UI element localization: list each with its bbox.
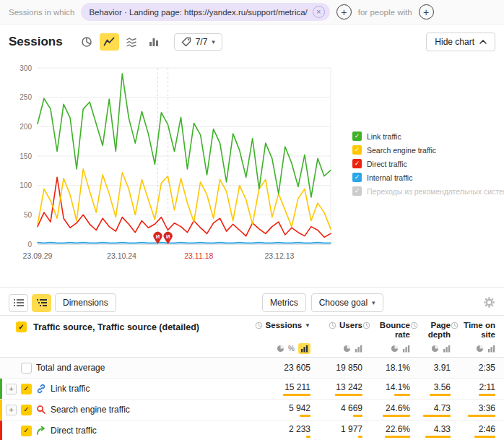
choose-goal-dropdown[interactable]: Choose goal ▾ (311, 293, 383, 312)
tree-view-icon[interactable] (32, 294, 51, 312)
column-header-time-on-site[interactable]: Time on site (451, 321, 495, 340)
bars-view-icon[interactable] (487, 345, 495, 353)
add-people-filter-button[interactable]: + (419, 4, 434, 20)
row-label[interactable]: Direct traffic (51, 426, 97, 436)
legend-item-internal-traffic[interactable]: ✓ Internal traffic (352, 173, 504, 182)
table-subheader-row: % (0, 340, 504, 358)
checkbox-checked-icon[interactable]: ✓ (352, 131, 362, 141)
chart-legend: ✓ Link traffic ✓ Search engine traffic ✓… (352, 131, 504, 196)
legend-label: Переходы из рекомендательных систем (367, 187, 504, 196)
row-checkbox-checked[interactable]: ✓ (21, 405, 32, 415)
choose-goal-label: Choose goal (319, 298, 368, 308)
column-header-users[interactable]: Users (310, 321, 362, 330)
column-header-sessions[interactable]: Sessions ▼ (247, 321, 310, 330)
column-label: Time on site (461, 321, 495, 340)
pie-view-icon[interactable] (431, 345, 439, 353)
row-label[interactable]: Link traffic (51, 384, 90, 394)
column-label: Bounce rate (373, 321, 410, 340)
cell-bar (283, 394, 310, 396)
pie-view-icon[interactable] (476, 345, 484, 353)
segments-count-dropdown[interactable]: 7/7 ▾ (174, 33, 222, 51)
sessions-value: 23 605 (284, 363, 310, 373)
svg-text:150: 150 (19, 152, 32, 160)
percent-view-icon[interactable]: % (288, 345, 295, 353)
row-checkbox-checked[interactable]: ✓ (21, 384, 32, 394)
pie-view-icon[interactable] (391, 345, 399, 353)
users-value: 1 977 (341, 424, 362, 434)
flat-list-view-icon[interactable] (9, 294, 28, 312)
page-depth-value: 4.33 (434, 424, 451, 434)
legend-item-direct-traffic[interactable]: ✓ Direct traffic (352, 159, 504, 168)
legend-item-search-traffic[interactable]: ✓ Search engine traffic (352, 145, 504, 155)
sessions-value: 2 233 (289, 424, 310, 434)
column-header-bounce-rate[interactable]: Bounce rate (362, 321, 410, 340)
row-color-marker (0, 379, 2, 399)
svg-text:23.12.13: 23.12.13 (265, 251, 295, 260)
bounce-view-switcher (362, 345, 410, 353)
time-on-site-value: 2:35 (479, 363, 495, 373)
sessions-chart[interactable]: 05010015020025030023.09.2923.10.2423.11.… (9, 62, 355, 275)
row-checkbox-checked[interactable]: ✓ (21, 426, 32, 436)
filter-suffix-label: for people with (358, 8, 412, 17)
bars-view-icon[interactable] (355, 345, 362, 353)
checkbox-checked-icon[interactable]: ✓ (352, 145, 362, 155)
metric-info-icon (329, 322, 336, 329)
segment-chip[interactable]: Behavior · Landing page: https://yandex.… (81, 3, 329, 21)
expand-row-button[interactable]: + (6, 384, 17, 394)
bars-view-icon[interactable] (402, 345, 410, 353)
checkbox-checked-icon[interactable]: ✓ (352, 186, 362, 196)
legend-item-link-traffic[interactable]: ✓ Link traffic (352, 131, 504, 141)
bar-chart-icon[interactable] (144, 33, 164, 51)
checkbox-checked-icon[interactable]: ✓ (352, 159, 362, 168)
metrics-button[interactable]: Metrics (262, 293, 306, 312)
svg-text:И: И (166, 233, 170, 240)
checkbox-checked-icon[interactable]: ✓ (352, 173, 362, 182)
dimensions-label: Dimensions (63, 298, 108, 308)
cell-bar (353, 415, 362, 417)
page-depth-value: 4.73 (434, 403, 451, 413)
metric-info-icon (451, 322, 459, 329)
table-header-row: ✓ Traffic source, Traffic source (detail… (0, 316, 504, 340)
pie-view-icon[interactable] (343, 345, 351, 353)
svg-text:50: 50 (24, 211, 32, 219)
svg-text:23.11.18: 23.11.18 (184, 251, 213, 260)
chevron-down-icon: ▾ (212, 38, 215, 46)
column-header-page-depth[interactable]: Page depth (410, 321, 451, 340)
pie-view-icon[interactable] (277, 345, 284, 353)
select-all-checkbox[interactable]: ✓ (16, 322, 27, 332)
sessions-view-switcher: % (247, 343, 310, 354)
segments-count-label: 7/7 (196, 37, 208, 47)
cell-bar (300, 415, 310, 417)
pie-chart-icon[interactable] (77, 33, 97, 51)
svg-text:0: 0 (27, 241, 32, 249)
line-chart-icon[interactable] (100, 33, 119, 51)
hide-chart-button[interactable]: Hide chart (426, 33, 495, 51)
row-color-marker (0, 420, 2, 440)
gear-icon[interactable] (483, 296, 495, 311)
legend-label: Direct traffic (367, 160, 407, 168)
svg-text:200: 200 (19, 123, 32, 131)
cell-bar (383, 415, 410, 417)
row-checkbox-unchecked[interactable] (21, 363, 32, 374)
add-segment-button[interactable]: + (336, 4, 352, 20)
expand-row-button[interactable]: + (6, 405, 17, 415)
bars-view-icon-selected[interactable] (298, 343, 310, 354)
cell-bar (468, 415, 495, 417)
bounce-rate-value: 18.1% (386, 363, 410, 373)
segment-filter-bar: Sessions in which Behavior · Landing pag… (0, 0, 504, 25)
page-title: Sessions (9, 35, 63, 49)
dimensions-button[interactable]: Dimensions (55, 293, 116, 312)
row-label[interactable]: Search engine traffic (51, 405, 130, 415)
legend-label: Internal traffic (367, 173, 412, 182)
metric-info-icon (362, 322, 370, 329)
metrics-label: Metrics (270, 298, 298, 308)
bounce-rate-value: 22.6% (386, 424, 410, 434)
close-icon[interactable]: × (313, 6, 325, 18)
sessions-value: 15 211 (284, 382, 310, 392)
report-toolbar: Dimensions Metrics Choose goal ▾ (0, 293, 504, 314)
legend-item-recommendation-traffic[interactable]: ✓ Переходы из рекомендательных систем (352, 186, 504, 196)
bars-view-icon[interactable] (443, 345, 451, 353)
metric-info-icon (410, 322, 418, 329)
svg-text:23.10.24: 23.10.24 (107, 251, 136, 260)
stacked-chart-icon[interactable] (122, 33, 142, 51)
